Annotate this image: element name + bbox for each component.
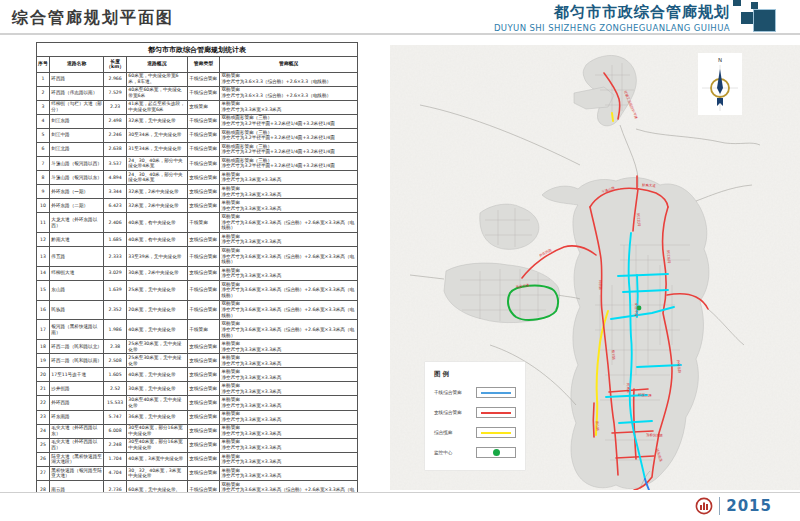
table-cell: 双舱管廊净空尺寸为3.6米宽×3.3米高（综合舱）+2.6米宽×3.3米高（电线… (219, 213, 357, 233)
map-road-label: 民族路 (626, 383, 631, 394)
table-cell: 2.508 (104, 354, 126, 368)
table-cell: 单舱管廊净空尺寸为3.3米宽×3.3米高 (219, 382, 357, 396)
table-cell: 支线综合管廊 (187, 232, 219, 246)
table-cell: 双舱或圆形管廊（三舱）净空尺寸为3.2半径半圆+3.2米径1/4圆+3.2米径1… (219, 114, 357, 128)
table-cell: 1.685 (104, 232, 126, 246)
table-cell: 1.704 (104, 452, 126, 466)
map-road-label: 剑江中路 (634, 303, 638, 317)
table-row: 24毛尖大道（外环西路以东）6.00830至40米宽，部分16米宽中央绿化带支线… (37, 424, 358, 438)
table-cell: 41米宽，起点至桥头连段，中央绿化带宽6米 (126, 100, 187, 114)
table-cell: 双舱或圆形管廊（三舱）净空尺寸为3.2半径半圆+3.2米径1/4圆+3.2米径1… (219, 128, 357, 142)
table-cell: 2.638 (104, 142, 126, 156)
table-row: 14纬柳街大道3.02930米宽，2米中央绿化带支线综合管廊单舱管廊净空尺寸为3… (37, 266, 358, 280)
table-cell: 单舱管廊净空尺寸为3.3米宽×3.3米高 (219, 452, 357, 466)
footer-divider (0, 492, 800, 493)
table-cell: 20 (37, 368, 50, 382)
table-cell: 双舱管廊净空尺寸为3.6米宽×3.3米高（综合舱）+2.6米宽×3.3米高（电线… (219, 480, 357, 492)
table-cell: 支线管廊 (187, 100, 219, 114)
table-cell: 3.344 (104, 185, 126, 199)
table-cell: 黔南大道 (49, 232, 104, 246)
table-row: 8斗篷山路（银河路以东）4.89424、30、40米，部分中央绿化带4米宽支线综… (37, 170, 358, 184)
map-road-label: 东山路 (595, 421, 600, 432)
table-cell: 3 (37, 100, 50, 114)
map-road-label: 黑桥快速路 (646, 433, 664, 438)
table-cell: 环东南路 (49, 410, 104, 424)
table-cell: 银河路（黑桥快速路以南） (49, 320, 104, 340)
table-cell: 单舱管廊净空尺寸为3.3米宽×3.3米高 (219, 266, 357, 280)
table-cell: 干线综合管廊 (187, 114, 219, 128)
table-cell: 13 (37, 246, 50, 266)
legend-item-label: 监控中心 (434, 450, 476, 455)
table-cell: 剑江中路 (49, 128, 104, 142)
table-cell: 25米宽，无中央绿化带 (126, 280, 187, 300)
table-cell: 3.537 (104, 156, 126, 170)
table-cell: 24、30、40米，部分中央绿化带4米宽 (126, 170, 187, 184)
table-row: 17银河路（黑桥快速路以南）1.98640米宽，无中央绿化带干线管廊双舱管廊净空… (37, 320, 358, 340)
table-cell: 双舱管廊净空尺寸为3.6米宽×3.3米高（综合舱）+2.6米宽×3.3米高（电线… (219, 280, 357, 300)
legend-item: 支线综合管廊 (434, 407, 516, 418)
table-cell: 2.23 (104, 100, 126, 114)
table-cell: 剑江东路 (49, 114, 104, 128)
legend-line-mark (481, 432, 511, 434)
table-cell: 双舱或圆形管廊（三舱）净空尺寸为3.2半径半圆+3.2米径1/4圆+3.2米径1… (219, 156, 357, 170)
table-cell: 黑桥快速路（银河路至陆亚大道） (49, 466, 104, 480)
table-cell: 5.747 (104, 410, 126, 424)
table-cell: 双舱管廊净空尺寸为3.6米宽×3.3米高（综合舱）+2.6米宽×3.3米高（电线… (219, 300, 357, 320)
footer-logo-icon (695, 497, 713, 515)
table-row: 4剑江东路2.49832米宽，无中央绿化带干线综合管廊双舱或圆形管廊（三舱）净空… (37, 114, 358, 128)
brand-block: 都匀市市政综合管廊规划 DUYUN SHI SHIZHENG ZONGHEGUA… (494, 3, 730, 33)
table-row: 23环东南路5.74736米宽，无中央绿化带支线综合管廊单舱管廊净空尺寸为3.3… (37, 410, 358, 424)
table-cell: 30、32、40米宽，3米宽中央绿化带 (126, 466, 187, 480)
table-cell: 东山路 (49, 280, 104, 300)
logo-square (741, 12, 753, 24)
table-column-header: 长度（km） (104, 57, 126, 73)
table-cell: 19 (37, 354, 50, 368)
table-cell: 南云路 (49, 480, 104, 492)
table-cell: 9 (37, 185, 50, 199)
table-cell: 支线综合管廊 (187, 410, 219, 424)
table-cell: 2 (37, 86, 50, 100)
table-cell: 伟五路 (49, 246, 104, 266)
table-cell: 6.008 (104, 424, 126, 438)
table-cell: 14 (37, 266, 50, 280)
table-cell: 40米宽，有中央绿化带 (126, 213, 187, 233)
table-cell: 干线综合管廊 (187, 86, 219, 100)
table-column-header: 道路概况 (126, 57, 187, 73)
table-cell: 30米宽，无中央绿化带 (126, 382, 187, 396)
table-cell: 支线综合管廊 (187, 438, 219, 452)
table-cell: 单舱管廊净空尺寸为3.3米宽×3.3米高 (219, 438, 357, 452)
table-cell: 支线综合管廊 (187, 466, 219, 480)
table-cell: 40米宽，无中央绿化带 (126, 320, 187, 340)
table-cell: 沙井街路 (49, 382, 104, 396)
table-row: 18环西二路（民和路以北）2.3825米至30米宽，无中央绿化带支线综合管廊单舱… (37, 340, 358, 354)
table-cell: 2.736 (104, 480, 126, 492)
table-cell: 60米宽，无中央绿化带。 (126, 480, 187, 492)
table-cell: 双舱或圆形管廊（三舱）净空尺寸为3.2半径半圆+3.2米径1/4圆+3.2米径1… (219, 142, 357, 156)
table-cell: 28 (37, 480, 50, 492)
footer-year: 2015 (726, 497, 772, 515)
footer: 2015 (695, 497, 772, 515)
table-cell: 20米宽，无中央绿化带 (126, 300, 187, 320)
table-cell: 单舱管廊净空尺寸为3.3米宽×3.3米高 (219, 396, 357, 410)
table-cell: 4.894 (104, 170, 126, 184)
table-row: 12黔南大道1.68540米宽，有中央绿化带支线综合管廊单舱管廊净空尺寸为3.3… (37, 232, 358, 246)
table-cell: 支线综合管廊 (187, 382, 219, 396)
table-cell: 1 (37, 72, 50, 86)
table-cell: 21 (37, 382, 50, 396)
table-row: 1环西路2.96660米宽，中央绿化带宽6米，8车道。干线综合管廊双舱管廊净空尺… (37, 72, 358, 86)
table-cell: 单舱管廊净空尺寸为3.3米宽×3.3米高 (219, 100, 357, 114)
table-cell: 环西二路（民和路以北） (49, 340, 104, 354)
table-cell: 2.38 (104, 340, 126, 354)
table-cell: 32米宽，2米中央绿化带 (126, 199, 187, 213)
table-cell: 干线综合管廊 (187, 156, 219, 170)
table-cell: 干线综合管廊 (187, 72, 219, 86)
table-title: 都匀市市政综合管廊规划统计表 (36, 42, 358, 56)
table-cell: 11 (37, 213, 50, 233)
table-cell: 单舱管廊净空尺寸为3.3米宽×3.3米高 (219, 466, 357, 480)
table-row: 2017至11号连干道1.60540米宽，无中央绿化带支线综合管廊单舱管廊净空尺… (37, 368, 358, 382)
table-row: 11大龙大道（外环东路以西）2.40640米宽，有中央绿化带干线管廊双舱管廊净空… (37, 213, 358, 233)
logo-square (751, 2, 758, 9)
table-cell: 单舱管廊净空尺寸为3.3米宽×3.3米高 (219, 340, 357, 354)
map-road-label: 银河路 (611, 349, 617, 361)
table-cell: 支线综合管廊 (187, 266, 219, 280)
